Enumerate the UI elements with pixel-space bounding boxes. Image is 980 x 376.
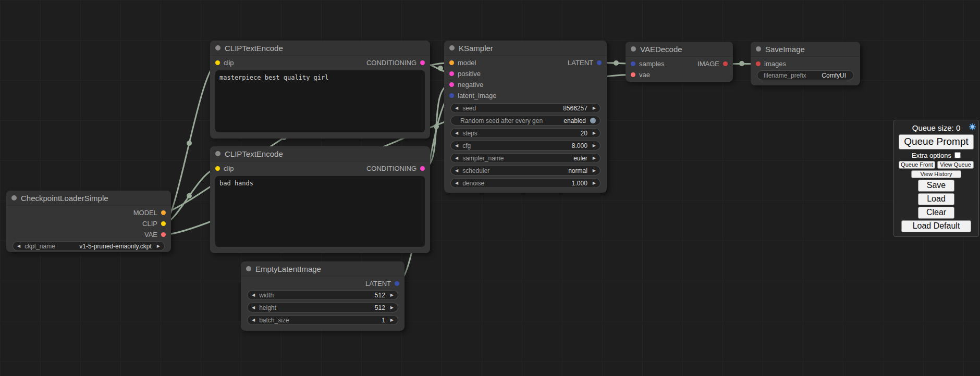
negative-input-dot[interactable] [449,82,454,87]
next-value-arrow-icon[interactable]: ▶ [157,244,160,248]
view-queue-button[interactable]: View Queue [937,161,974,169]
extra-options-checkbox[interactable] [954,152,961,158]
collapse-dot[interactable] [631,46,636,52]
widget-denoise[interactable]: ◀ denoise 1.000 ▶ [450,178,601,188]
widget-width[interactable]: ◀ width 512 ▶ [247,290,398,300]
prev-value-arrow-icon[interactable]: ◀ [455,169,458,173]
node-title-bar[interactable]: CLIPTextEncode [210,41,430,56]
view-history-button[interactable]: View History [911,170,961,178]
input-slot-negative[interactable]: negative [449,81,483,89]
image-output-dot[interactable] [723,61,728,66]
clip-input-dot[interactable] [215,166,220,171]
increment-arrow-icon[interactable]: ▶ [593,106,596,110]
prompt-textarea[interactable]: masterpiece best quality girl [215,70,425,132]
vae-input-dot[interactable] [631,72,635,77]
node-title-bar[interactable]: SaveImage [751,42,860,57]
node-ksampler[interactable]: KSampler model LATENT positive negative [444,41,607,193]
node-empty-latent-image[interactable]: EmptyLatentImage LATENT ◀ width 512 ▶ ◀ … [241,261,405,331]
decrement-arrow-icon[interactable]: ◀ [252,306,255,310]
collapse-dot[interactable] [756,46,761,52]
clip-output-dot[interactable] [161,221,166,226]
widget-batch-size[interactable]: ◀ batch_size 1 ▶ [247,315,398,325]
clip-input-dot[interactable] [215,60,220,65]
decrement-arrow-icon[interactable]: ◀ [455,106,458,110]
conditioning-output-dot[interactable] [420,166,425,171]
load-default-button[interactable]: Load Default [901,220,971,232]
collapse-dot[interactable] [449,45,455,51]
load-button[interactable]: Load [918,193,954,205]
widget-height[interactable]: ◀ height 512 ▶ [247,303,398,312]
next-value-arrow-icon[interactable]: ▶ [593,169,596,173]
model-input-dot[interactable] [449,60,454,65]
node-title-bar[interactable]: KSampler [444,41,607,56]
widget-ckpt-name[interactable]: ◀ ckpt_name v1-5-pruned-emaonly.ckpt ▶ [13,241,165,251]
node-vae-decode[interactable]: VAEDecode samples IMAGE vae [626,42,733,82]
images-input-dot[interactable] [756,61,761,66]
clear-button[interactable]: Clear [918,207,954,219]
node-title-bar[interactable]: CheckpointLoaderSimple [6,191,171,206]
node-clip-text-encode-negative[interactable]: CLIPTextEncode clip CONDITIONING bad han… [210,146,430,253]
save-button[interactable]: Save [918,180,954,192]
toggle-knob[interactable] [590,118,596,123]
node-checkpoint-loader-simple[interactable]: CheckpointLoaderSimple MODEL CLIP VAE ◀ … [6,191,171,252]
widget-scheduler[interactable]: ◀ scheduler normal ▶ [450,166,601,176]
model-output-dot[interactable] [161,210,166,215]
input-slot-samples[interactable]: samples [631,60,664,68]
decrement-arrow-icon[interactable]: ◀ [252,318,255,322]
queue-prompt-button[interactable]: Queue Prompt [899,134,974,149]
output-slot-latent[interactable]: LATENT [568,59,602,67]
input-slot-vae[interactable]: vae [631,71,650,79]
queue-front-button[interactable]: Queue Front [899,161,935,169]
output-slot-latent[interactable]: LATENT [365,280,399,287]
decrement-arrow-icon[interactable]: ◀ [455,144,458,148]
collapse-dot[interactable] [11,195,17,200]
input-slot-images[interactable]: images [756,60,786,68]
widget-cfg[interactable]: ◀ cfg 8.000 ▶ [450,141,601,151]
increment-arrow-icon[interactable]: ▶ [593,144,596,148]
prompt-textarea[interactable]: bad hands [215,176,425,247]
samples-input-dot[interactable] [631,61,635,66]
output-slot-model[interactable]: MODEL [133,209,166,217]
input-slot-latent-image[interactable]: latent_image [449,92,496,99]
node-title-bar[interactable]: CLIPTextEncode [210,146,430,161]
node-title-bar[interactable]: EmptyLatentImage [241,261,405,277]
input-slot-positive[interactable]: positive [449,70,481,78]
settings-gear-icon[interactable] [969,123,976,131]
latent-image-input-dot[interactable] [449,93,454,98]
decrement-arrow-icon[interactable]: ◀ [455,131,458,135]
increment-arrow-icon[interactable]: ▶ [593,131,596,135]
output-slot-conditioning[interactable]: CONDITIONING [366,59,425,67]
collapse-dot[interactable] [215,45,220,51]
decrement-arrow-icon[interactable]: ◀ [455,181,458,185]
next-value-arrow-icon[interactable]: ▶ [593,156,596,160]
latent-output-dot[interactable] [597,60,602,65]
prev-value-arrow-icon[interactable]: ◀ [17,244,20,248]
positive-input-dot[interactable] [449,71,454,76]
conditioning-output-dot[interactable] [420,60,425,65]
widget-filename-prefix[interactable]: filename_prefix ComfyUI [757,70,854,80]
node-clip-text-encode-positive[interactable]: CLIPTextEncode clip CONDITIONING masterp… [210,41,430,139]
increment-arrow-icon[interactable]: ▶ [390,306,394,310]
input-slot-clip[interactable]: clip [215,165,234,172]
input-slot-clip[interactable]: clip [215,59,234,67]
output-slot-vae[interactable]: VAE [144,231,166,239]
collapse-dot[interactable] [246,266,251,271]
output-slot-conditioning[interactable]: CONDITIONING [366,165,425,172]
vae-output-dot[interactable] [161,232,166,237]
output-slot-image[interactable]: IMAGE [697,60,728,68]
increment-arrow-icon[interactable]: ▶ [593,181,596,185]
collapse-dot[interactable] [215,151,220,156]
widget-seed[interactable]: ◀ seed 8566257 ▶ [450,103,601,113]
widget-steps[interactable]: ◀ steps 20 ▶ [450,128,601,138]
decrement-arrow-icon[interactable]: ◀ [252,293,255,297]
widget-random-seed-toggle[interactable]: Random seed after every gen enabled [450,116,601,126]
input-slot-model[interactable]: model [449,59,476,67]
prev-value-arrow-icon[interactable]: ◀ [455,156,458,160]
node-title-bar[interactable]: VAEDecode [626,42,733,57]
increment-arrow-icon[interactable]: ▶ [390,293,394,297]
latent-output-dot[interactable] [395,281,399,286]
widget-sampler-name[interactable]: ◀ sampler_name euler ▶ [450,153,601,163]
output-slot-clip[interactable]: CLIP [142,220,166,228]
node-save-image[interactable]: SaveImage images filename_prefix ComfyUI [751,42,860,85]
increment-arrow-icon[interactable]: ▶ [390,318,394,322]
